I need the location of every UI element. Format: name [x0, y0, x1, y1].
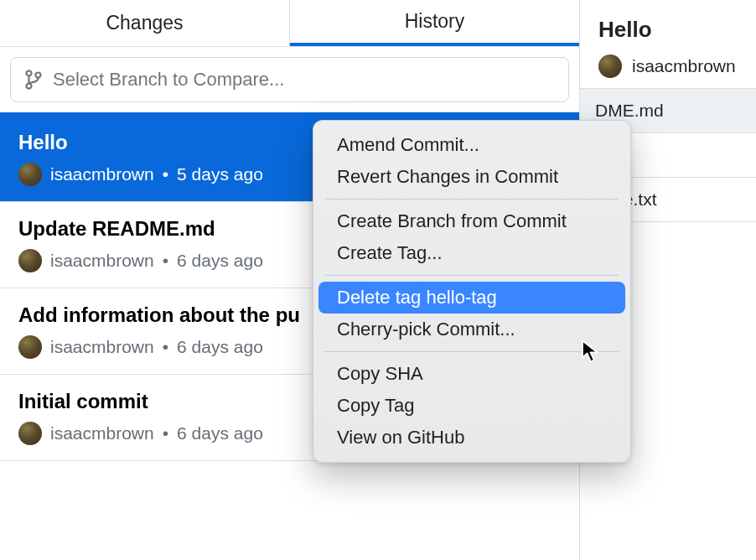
separator-dot: • — [163, 251, 168, 271]
commit-author: isaacmbrown — [50, 337, 154, 357]
tabs-bar: Changes History — [0, 0, 579, 47]
detail-meta: isaacmbrown — [598, 54, 738, 78]
detail-title: Hello — [598, 17, 738, 43]
git-branch-icon — [24, 69, 43, 91]
ctx-copy-sha[interactable]: Copy SHA — [318, 358, 625, 390]
tab-history[interactable]: History — [290, 0, 579, 46]
branch-compare-placeholder: Select Branch to Compare... — [53, 69, 284, 91]
ctx-revert-changes[interactable]: Revert Changes in Commit — [318, 161, 625, 193]
separator-dot: • — [163, 164, 168, 184]
tab-history-label: History — [405, 10, 465, 33]
detail-author: isaacmbrown — [632, 56, 736, 76]
ctx-cherry-pick[interactable]: Cherry-pick Commit... — [318, 314, 625, 345]
commit-author: isaacmbrown — [50, 164, 154, 184]
ctx-separator — [325, 351, 619, 352]
commit-time: 6 days ago — [177, 423, 263, 443]
commit-time: 5 days ago — [177, 164, 263, 184]
commit-author: isaacmbrown — [50, 423, 154, 443]
file-name: DME.md — [595, 101, 664, 120]
tab-changes[interactable]: Changes — [0, 0, 290, 46]
ctx-view-github[interactable]: View on GitHub — [318, 422, 625, 454]
ctx-copy-tag[interactable]: Copy Tag — [318, 390, 625, 422]
avatar — [18, 422, 42, 445]
svg-point-1 — [26, 84, 31, 89]
ctx-create-tag[interactable]: Create Tag... — [318, 237, 625, 269]
tab-changes-label: Changes — [106, 12, 183, 34]
commit-time: 6 days ago — [177, 337, 263, 357]
commit-author: isaacmbrown — [50, 251, 154, 271]
branch-compare-dropdown[interactable]: Select Branch to Compare... — [10, 57, 569, 102]
context-menu: Amend Commit... Revert Changes in Commit… — [313, 120, 631, 463]
avatar — [18, 163, 42, 186]
svg-point-2 — [35, 72, 40, 77]
ctx-separator — [325, 275, 619, 276]
avatar — [18, 249, 42, 272]
ctx-separator — [325, 199, 619, 200]
ctx-delete-tag[interactable]: Delete tag hello-tag — [318, 282, 625, 314]
avatar — [18, 335, 42, 359]
separator-dot: • — [163, 423, 168, 443]
svg-point-0 — [26, 70, 31, 75]
ctx-create-branch[interactable]: Create Branch from Commit — [318, 205, 625, 237]
ctx-amend-commit[interactable]: Amend Commit... — [318, 129, 625, 161]
avatar — [598, 54, 622, 78]
separator-dot: • — [163, 337, 168, 357]
commit-time: 6 days ago — [177, 251, 263, 271]
